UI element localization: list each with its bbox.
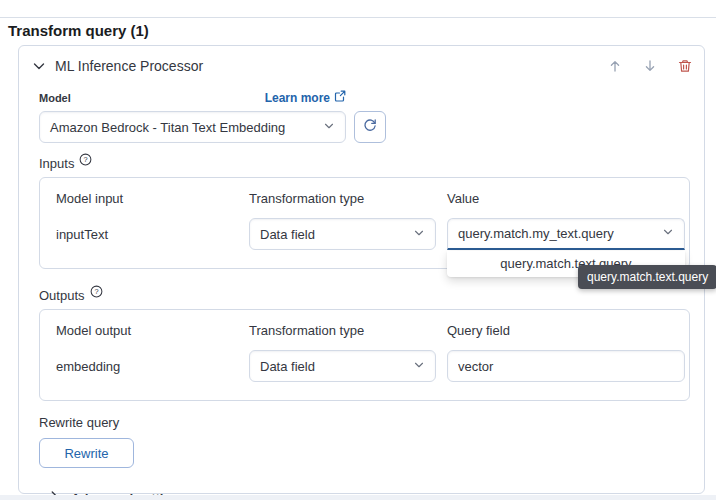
accordion-header[interactable]: ML Inference Processor [19,46,704,74]
chevron-down-icon [322,119,336,136]
inputs-label: Inputs [39,156,74,171]
input-transformation-type-value: Data field [260,227,315,242]
model-select-value: Amazon Bedrock - Titan Text Embedding [50,120,285,135]
output-transformation-type-select[interactable]: Data field [249,350,436,382]
help-icon[interactable]: ? [90,285,103,301]
rewrite-query-label: Rewrite query [39,415,690,430]
chevron-down-icon [412,358,426,375]
chevron-down-icon [412,226,426,243]
inputs-col-header-value: Value [447,190,685,218]
top-divider [0,17,716,18]
outputs-table-panel: Model output Transformation type Query f… [39,309,690,401]
outputs-label: Outputs [39,288,85,303]
learn-more-link[interactable]: Learn more [265,90,346,105]
field-tooltip: query.match.text.query [578,265,716,289]
rewrite-button-label: Rewrite [64,446,108,461]
rewrite-button[interactable]: Rewrite [39,438,134,468]
processor-actions [607,58,693,74]
inputs-col-header-transformation-type: Transformation type [249,190,447,218]
external-link-icon [334,90,346,105]
model-label: Model [39,92,71,104]
query-field-input[interactable] [447,350,685,382]
input-value-field-wrap: query.match.my_text.query query.match.te… [447,218,685,250]
inputs-col-header-model-input: Model input [56,190,249,218]
chevron-down-icon[interactable] [31,58,47,74]
trash-icon[interactable] [677,58,693,74]
input-transformation-type-select[interactable]: Data field [249,218,436,250]
move-up-icon[interactable] [607,58,623,74]
outputs-col-header-model-output: Model output [56,322,249,350]
learn-more-label: Learn more [265,91,330,105]
chevron-down-icon [661,225,675,242]
move-down-icon[interactable] [642,58,658,74]
outputs-col-header-query-field: Query field [447,322,685,350]
output-transformation-type-value: Data field [260,359,315,374]
input-value-select[interactable]: query.match.my_text.query [447,218,685,250]
svg-text:?: ? [94,287,98,296]
input-value-selected: query.match.my_text.query [458,226,614,241]
refresh-models-button[interactable] [354,111,386,143]
outputs-col-header-transformation-type: Transformation type [249,322,447,350]
processor-title: ML Inference Processor [55,58,203,74]
svg-text:?: ? [84,155,88,164]
help-icon[interactable]: ? [79,153,92,169]
input-model-input-value: inputText [56,227,249,242]
inputs-table-panel: Model input Transformation type Value in… [39,177,690,269]
output-model-output-value: embedding [56,359,249,374]
page-background-strip [0,495,716,500]
model-select[interactable]: Amazon Bedrock - Titan Text Embedding [39,111,346,143]
refresh-icon [362,118,378,137]
page-title: Transform query (1) [8,22,149,39]
